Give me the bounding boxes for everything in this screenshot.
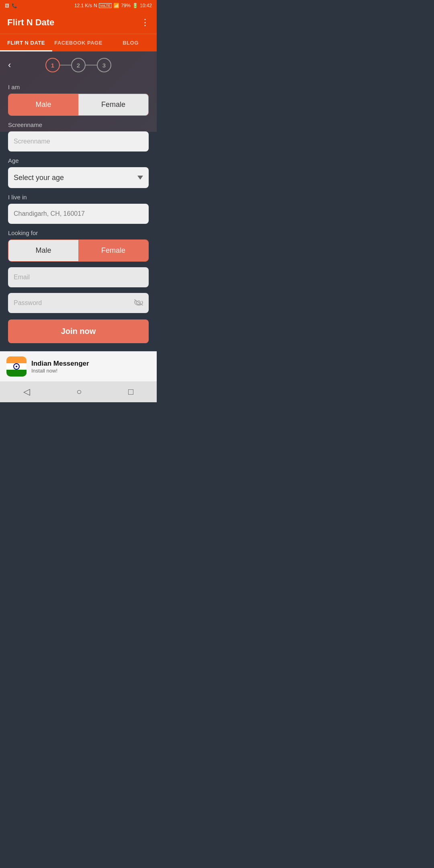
- step-2: 2: [71, 58, 86, 72]
- screenname-label: Screenname: [8, 121, 149, 128]
- status-right: 12.1 K/s N VoLTE 📶 79% 🔋 10:42: [74, 3, 152, 8]
- app-bar: Flirt N Date ⋮: [0, 11, 157, 34]
- back-button[interactable]: ‹: [8, 60, 11, 70]
- live-in-label: I live in: [8, 194, 149, 201]
- status-bar: 🖼 📞 12.1 K/s N VoLTE 📶 79% 🔋 10:42: [0, 0, 157, 11]
- battery-icon: 🔋: [132, 3, 138, 8]
- password-input[interactable]: [8, 293, 149, 313]
- ad-title: Indian Messenger: [31, 360, 150, 368]
- home-nav-icon[interactable]: ○: [76, 387, 82, 397]
- password-wrapper: [8, 293, 149, 313]
- tabs-bar: FLIRT N DATE FACEBOOK PAGE BLOG: [0, 34, 157, 51]
- i-am-label: I am: [8, 84, 149, 90]
- password-visibility-toggle[interactable]: [134, 299, 143, 308]
- ad-text: Indian Messenger Install now!: [31, 360, 150, 374]
- svg-rect-2: [6, 370, 27, 377]
- location-input[interactable]: [8, 204, 149, 224]
- male-button[interactable]: Male: [8, 94, 78, 115]
- female-button[interactable]: Female: [78, 94, 148, 115]
- age-label: Age: [8, 157, 149, 164]
- network-speed: 12.1 K/s: [74, 3, 92, 8]
- battery-percent: 79%: [121, 3, 131, 8]
- gender-toggle: Male Female: [8, 94, 149, 116]
- main-content: ‹ 1 2 3 I am Male Female: [0, 51, 157, 351]
- bottom-nav: ◁ ○ □: [0, 381, 157, 402]
- svg-rect-0: [6, 356, 27, 363]
- signal-icon: 📶: [113, 3, 119, 8]
- ad-icon: [6, 356, 27, 377]
- volte-icon: VoLTE: [99, 3, 112, 8]
- looking-male-button[interactable]: Male: [8, 240, 78, 261]
- screenname-input[interactable]: [8, 131, 149, 151]
- join-now-button[interactable]: Join now: [8, 319, 149, 343]
- status-left: 🖼 📞: [5, 3, 17, 8]
- ad-subtitle: Install now!: [31, 368, 150, 374]
- age-select[interactable]: Select your age 18 19 20 21 25 30 35 40: [8, 167, 149, 188]
- step-1: 1: [45, 58, 60, 72]
- gallery-icon: 🖼: [5, 3, 9, 8]
- phone-icon: 📞: [12, 3, 17, 8]
- step-3: 3: [97, 58, 111, 72]
- network-icon: N: [94, 3, 97, 8]
- email-input[interactable]: [8, 267, 149, 287]
- back-nav-icon[interactable]: ◁: [23, 387, 30, 397]
- svg-point-4: [16, 366, 17, 367]
- looking-female-button[interactable]: Female: [78, 240, 148, 261]
- step-line-1: [60, 65, 71, 66]
- recents-nav-icon[interactable]: □: [128, 387, 133, 397]
- step-header: ‹ 1 2 3: [8, 58, 149, 72]
- ad-banner[interactable]: Indian Messenger Install now!: [0, 351, 157, 381]
- app-title: Flirt N Date: [7, 17, 54, 28]
- steps-indicator: 1 2 3: [45, 58, 111, 72]
- tab-blog[interactable]: BLOG: [104, 34, 157, 51]
- registration-form: I am Male Female Screenname Age Select y…: [8, 84, 149, 343]
- tab-facebook-page[interactable]: FACEBOOK PAGE: [52, 34, 104, 51]
- looking-for-toggle: Male Female: [8, 240, 149, 262]
- step-line-2: [86, 65, 97, 66]
- clock: 10:42: [140, 3, 152, 8]
- more-options-icon[interactable]: ⋮: [141, 17, 149, 28]
- looking-for-label: Looking for: [8, 229, 149, 236]
- tab-flirt-n-date[interactable]: FLIRT N DATE: [0, 34, 52, 51]
